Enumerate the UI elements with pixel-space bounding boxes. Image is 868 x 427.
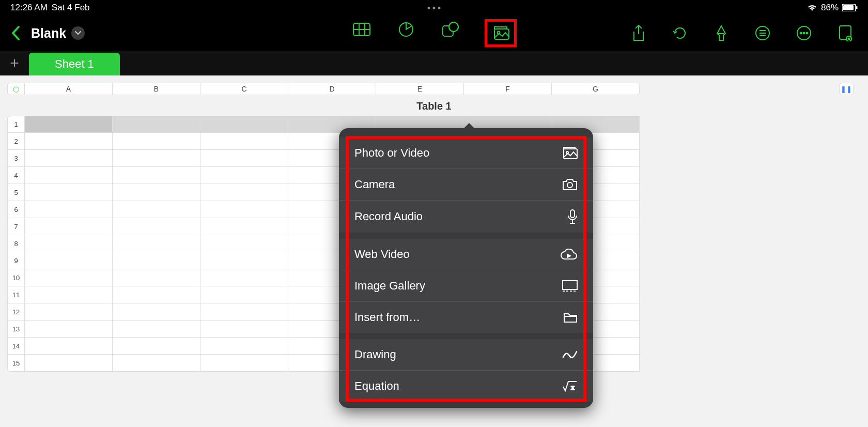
cell[interactable] bbox=[113, 303, 200, 321]
row-header[interactable]: 15 bbox=[7, 355, 25, 372]
menu-item-photo[interactable]: Photo or Video bbox=[339, 138, 593, 169]
menu-item-label: Image Gallery bbox=[354, 279, 425, 293]
cell[interactable] bbox=[25, 133, 113, 150]
cell[interactable] bbox=[200, 286, 288, 303]
cell[interactable] bbox=[25, 167, 113, 184]
column-header[interactable]: A bbox=[25, 83, 113, 95]
row-header[interactable]: 1 bbox=[7, 116, 25, 133]
menu-item-gallery[interactable]: Image Gallery bbox=[339, 270, 593, 302]
sheet-tab-1[interactable]: Sheet 1 bbox=[29, 53, 120, 75]
document-title: Blank bbox=[31, 26, 66, 41]
spreadsheet-canvas[interactable]: ◯ ABCDEFG ❚❚ Table 1 1234567891011121314… bbox=[0, 75, 868, 427]
document-settings-icon[interactable] bbox=[835, 23, 856, 43]
cell[interactable] bbox=[113, 355, 200, 372]
back-button[interactable] bbox=[7, 25, 25, 41]
cell[interactable] bbox=[25, 321, 113, 338]
cell[interactable] bbox=[113, 218, 200, 235]
share-icon[interactable] bbox=[628, 23, 649, 43]
cell[interactable] bbox=[25, 338, 113, 355]
insert-table-icon[interactable] bbox=[351, 19, 372, 40]
column-header[interactable]: D bbox=[288, 83, 376, 95]
cell[interactable] bbox=[113, 167, 200, 184]
cell[interactable] bbox=[25, 252, 113, 269]
cell[interactable] bbox=[113, 201, 200, 218]
column-header[interactable]: G bbox=[552, 83, 640, 95]
menu-item-cloud[interactable]: Web Video bbox=[339, 239, 593, 270]
svg-rect-1 bbox=[843, 5, 854, 10]
row-header[interactable]: 7 bbox=[7, 218, 25, 235]
cell[interactable] bbox=[200, 252, 288, 269]
cell[interactable] bbox=[25, 150, 113, 167]
cell[interactable] bbox=[25, 184, 113, 201]
row-header[interactable]: 5 bbox=[7, 184, 25, 201]
menu-item-scribble[interactable]: Drawing bbox=[339, 339, 593, 371]
select-all-corner[interactable]: ◯ bbox=[7, 83, 25, 95]
folder-icon bbox=[563, 312, 578, 323]
row-header[interactable]: 2 bbox=[7, 133, 25, 150]
insert-shape-icon[interactable] bbox=[440, 19, 461, 40]
row-header[interactable]: 14 bbox=[7, 338, 25, 355]
cell[interactable] bbox=[113, 252, 200, 269]
cell[interactable] bbox=[113, 321, 200, 338]
toolbar-right-group bbox=[628, 23, 861, 43]
cell[interactable] bbox=[25, 235, 113, 252]
menu-item-folder[interactable]: Insert from… bbox=[339, 302, 593, 333]
cell[interactable] bbox=[113, 235, 200, 252]
cell[interactable] bbox=[200, 235, 288, 252]
add-sheet-button[interactable]: + bbox=[0, 51, 29, 75]
row-header[interactable]: 6 bbox=[7, 201, 25, 218]
cell[interactable] bbox=[113, 116, 200, 133]
multitask-dots[interactable] bbox=[428, 7, 441, 9]
cell[interactable] bbox=[25, 116, 113, 133]
row-header[interactable]: 4 bbox=[7, 167, 25, 184]
cell[interactable] bbox=[200, 133, 288, 150]
cell[interactable] bbox=[113, 133, 200, 150]
cell[interactable] bbox=[200, 167, 288, 184]
column-header[interactable]: B bbox=[113, 83, 200, 95]
cell[interactable] bbox=[200, 303, 288, 321]
menu-item-sqrt[interactable]: Equationx bbox=[339, 371, 593, 402]
cell[interactable] bbox=[25, 303, 113, 321]
cell[interactable] bbox=[113, 338, 200, 355]
undo-icon[interactable] bbox=[670, 23, 690, 43]
row-header[interactable]: 11 bbox=[7, 286, 25, 303]
cell[interactable] bbox=[200, 321, 288, 338]
column-pause-button[interactable]: ❚❚ bbox=[839, 83, 854, 95]
photo-icon bbox=[561, 147, 578, 159]
row-header[interactable]: 3 bbox=[7, 150, 25, 167]
column-header[interactable]: C bbox=[200, 83, 288, 95]
cell[interactable] bbox=[25, 286, 113, 303]
row-header[interactable]: 13 bbox=[7, 321, 25, 338]
menu-item-camera[interactable]: Camera bbox=[339, 169, 593, 201]
row-header[interactable]: 10 bbox=[7, 269, 25, 286]
cell[interactable] bbox=[113, 184, 200, 201]
cell[interactable] bbox=[200, 338, 288, 355]
cell[interactable] bbox=[200, 150, 288, 167]
cell[interactable] bbox=[25, 201, 113, 218]
column-header[interactable]: E bbox=[376, 83, 464, 95]
more-icon[interactable] bbox=[794, 23, 814, 43]
cell[interactable] bbox=[200, 218, 288, 235]
cell[interactable] bbox=[113, 150, 200, 167]
cell[interactable] bbox=[200, 355, 288, 372]
cell[interactable] bbox=[200, 116, 288, 133]
cell[interactable] bbox=[25, 218, 113, 235]
insert-media-icon[interactable] bbox=[490, 23, 511, 43]
menu-item-mic[interactable]: Record Audio bbox=[339, 201, 593, 233]
list-icon[interactable] bbox=[752, 23, 773, 43]
cell[interactable] bbox=[113, 269, 200, 286]
cell[interactable] bbox=[200, 201, 288, 218]
row-header[interactable]: 9 bbox=[7, 252, 25, 269]
document-title-wrap[interactable]: Blank bbox=[31, 26, 85, 41]
cell[interactable] bbox=[25, 269, 113, 286]
format-brush-icon[interactable] bbox=[711, 23, 732, 43]
cell[interactable] bbox=[113, 286, 200, 303]
cell[interactable] bbox=[200, 269, 288, 286]
title-dropdown-button[interactable] bbox=[71, 26, 85, 40]
insert-chart-icon[interactable] bbox=[396, 19, 416, 40]
cell[interactable] bbox=[200, 184, 288, 201]
row-header[interactable]: 12 bbox=[7, 303, 25, 321]
row-header[interactable]: 8 bbox=[7, 235, 25, 252]
column-header[interactable]: F bbox=[464, 83, 552, 95]
cell[interactable] bbox=[25, 355, 113, 372]
